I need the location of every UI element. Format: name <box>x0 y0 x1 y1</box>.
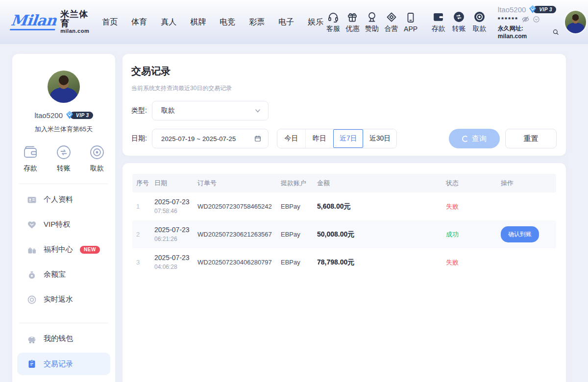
date-range-input[interactable]: 2025-07-19 ~ 2025-07-25 <box>152 129 269 148</box>
username: ltao5200 <box>498 5 526 14</box>
row-account: EBPay <box>281 203 317 210</box>
trophy-icon <box>366 11 378 23</box>
table-header: 序号 日期 订单号 提款账户 金额 状态 操作 <box>132 174 556 192</box>
quick-withdraw-label: 取款 <box>90 164 104 173</box>
permanent-url: 永久网址: milan.com <box>498 24 551 40</box>
service-label: 客服 <box>326 24 340 33</box>
row-time: 06:21:26 <box>154 236 177 242</box>
promo-link[interactable]: 优惠 <box>343 11 363 33</box>
top-header: Milan 米兰体育 milan.com 首页 体育 真人 棋牌 电竞 彩票 电… <box>0 0 588 44</box>
quick-withdraw[interactable]: 取款 <box>88 143 106 173</box>
transactions-icon <box>27 359 37 369</box>
joint-venture-link[interactable]: 合营 <box>382 11 401 33</box>
headset-icon <box>327 11 339 23</box>
sidebar-item-label: 个人资料 <box>44 195 73 204</box>
date-range-value: 2025-07-19 ~ 2025-07-25 <box>161 135 254 143</box>
sidebar-item-profile[interactable]: 个人资料 <box>12 187 115 212</box>
user-avatar[interactable] <box>565 11 586 33</box>
preset-last30[interactable]: 近30日 <box>363 129 397 148</box>
sidebar-menu: 个人资料 VIP特权 福利中心 NEW 余额宝 实时返水 <box>12 184 115 312</box>
row-account: EBPay <box>281 231 317 238</box>
nav-sports[interactable]: 体育 <box>131 17 147 27</box>
service-link[interactable]: 客服 <box>323 11 343 33</box>
nav-live[interactable]: 真人 <box>161 17 176 27</box>
deposit-wallet-icon <box>432 11 444 23</box>
vip-diamond-icon <box>528 4 538 14</box>
vip-badge[interactable]: VIP 3 <box>528 4 556 14</box>
preset-today[interactable]: 今日 <box>277 129 305 148</box>
row-index: 2 <box>136 231 154 238</box>
nav-slots[interactable]: 电子 <box>278 17 294 27</box>
nav-lottery[interactable]: 彩票 <box>249 17 265 27</box>
profile-avatar[interactable] <box>48 71 80 103</box>
row-time: 07:58:46 <box>154 208 177 215</box>
mobile-app-icon <box>405 12 416 24</box>
withdraw-link[interactable]: 取款 <box>469 11 490 33</box>
row-index: 1 <box>136 203 154 210</box>
filter-panel: 交易记录 当前系统支持查询最近30日的交易记录 类型: 取款 日期: 2025-… <box>122 54 566 156</box>
query-button[interactable]: 查询 <box>449 129 500 148</box>
app-link[interactable]: APP <box>401 12 420 33</box>
sidebar-item-transactions[interactable]: 交易记录 <box>17 353 110 375</box>
sidebar-item-welfare[interactable]: 福利中心 NEW <box>12 237 115 262</box>
withdraw-label: 取款 <box>473 24 487 33</box>
type-select-value: 取款 <box>161 106 254 115</box>
nav-entertainment[interactable]: 娱乐 <box>308 17 323 27</box>
id-card-icon <box>27 195 37 205</box>
sidebar-item-rebate[interactable]: 实时返水 <box>12 287 115 312</box>
withdraw-outline-icon <box>88 143 106 161</box>
row-date: 2025-07-23 <box>154 226 190 234</box>
money-pouch-icon <box>27 270 37 280</box>
joint-venture-label: 合营 <box>385 24 398 33</box>
transfer-icon <box>453 11 465 23</box>
confirm-received-button[interactable]: 确认到账 <box>501 226 539 242</box>
sidebar-item-yuebao[interactable]: 余额宝 <box>12 262 115 287</box>
main-nav: 首页 体育 真人 棋牌 电竞 彩票 电子 娱乐 <box>102 17 323 27</box>
rebate-icon <box>27 295 37 305</box>
row-time: 04:06:28 <box>154 263 177 270</box>
nav-chess[interactable]: 棋牌 <box>190 17 206 27</box>
wallet-links: 存款 转账 取款 <box>428 11 490 33</box>
row-order-id: WD202507230758465242 <box>197 203 281 210</box>
quick-transfer[interactable]: 转账 <box>55 143 73 173</box>
reset-button[interactable]: 重置 <box>505 129 557 148</box>
piggy-bank-icon <box>27 334 37 344</box>
sidebar-item-wallet[interactable]: 我的钱包 <box>12 326 115 351</box>
transfer-link[interactable]: 转账 <box>449 11 469 33</box>
table-row: 2 2025-07-2306:21:26 WD20250723062126356… <box>132 220 556 248</box>
tickets-icon <box>386 11 397 23</box>
quick-transfer-label: 转账 <box>57 164 71 173</box>
profile-vip-badge[interactable]: VIP 3 <box>65 110 93 120</box>
brand-logo[interactable]: Milan 米兰体育 milan.com <box>11 10 89 34</box>
deposit-link[interactable]: 存款 <box>428 11 449 33</box>
query-button-label: 查询 <box>472 134 487 143</box>
sidebar-item-label: VIP特权 <box>44 220 70 229</box>
quick-deposit[interactable]: 存款 <box>22 143 39 173</box>
sidebar-item-betting[interactable]: 投注记录 <box>12 377 115 382</box>
sidebar-item-vip[interactable]: VIP特权 <box>12 212 115 237</box>
promo-label: 优惠 <box>345 24 359 33</box>
type-select[interactable]: 取款 <box>152 101 269 120</box>
preset-last7[interactable]: 近7日 <box>333 129 363 148</box>
nav-home[interactable]: 首页 <box>102 17 118 27</box>
brand-logo-script: Milan <box>10 13 57 30</box>
nav-esports[interactable]: 电竞 <box>220 17 235 27</box>
sidebar-item-label: 实时返水 <box>44 295 73 304</box>
sponsor-label: 赞助 <box>365 24 379 33</box>
col-amount: 金额 <box>317 179 446 188</box>
type-label: 类型: <box>131 106 152 115</box>
preset-yesterday[interactable]: 昨日 <box>305 129 333 148</box>
eye-off-icon[interactable] <box>521 15 530 24</box>
loading-spinner-icon <box>462 136 468 142</box>
profile-username: ltao5200 <box>34 111 63 119</box>
vip-privilege-icon <box>27 220 37 230</box>
search-icon[interactable] <box>552 28 559 36</box>
table-row: 3 2025-07-2304:06:28 WD20250723040628079… <box>132 248 556 276</box>
sidebar-quick-actions: 存款 转账 取款 <box>22 143 106 173</box>
records-panel: 序号 日期 订单号 提款账户 金额 状态 操作 1 2025-07-2307:5… <box>122 163 566 382</box>
sidebar-item-label: 我的钱包 <box>44 334 73 343</box>
sponsor-link[interactable]: 赞助 <box>362 11 382 33</box>
refresh-circle-icon[interactable] <box>533 16 540 23</box>
col-date: 日期 <box>154 179 197 188</box>
sidebar: ltao5200 VIP 3 加入米兰体育第65天 存款 <box>12 54 115 382</box>
